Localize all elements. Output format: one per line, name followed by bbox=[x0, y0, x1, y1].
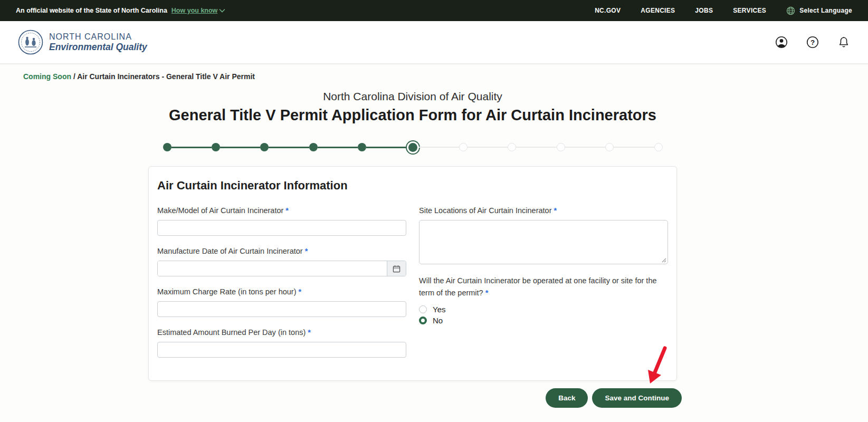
top-utility-bar: An official website of the State of Nort… bbox=[0, 0, 868, 21]
make-model-label: Make/Model of Air Curtain Incinerator* bbox=[157, 205, 406, 216]
how-you-know-link[interactable]: How you know bbox=[171, 7, 226, 14]
step-9-upcoming-dot bbox=[557, 143, 565, 151]
main-content: North Carolina Division of Air Quality G… bbox=[148, 90, 677, 381]
estimated-burned-label: Estimated Amount Burned Per Day (in tons… bbox=[157, 327, 406, 338]
form-card: Air Curtain Incinerator Information Make… bbox=[148, 166, 677, 381]
step-7-upcoming-dot bbox=[459, 143, 468, 151]
step-connector bbox=[220, 147, 260, 148]
label-text: Manufacture Date of Air Curtain Incinera… bbox=[157, 247, 303, 255]
help-icon[interactable]: ? bbox=[806, 36, 819, 49]
label-text: Maximum Charge Rate (in tons per hour) bbox=[157, 287, 297, 296]
step-connector bbox=[614, 147, 654, 148]
nc-state-seal-logo bbox=[18, 30, 43, 55]
step-8-upcoming-dot bbox=[508, 143, 516, 151]
form-left-column: Make/Model of Air Curtain Incinerator* M… bbox=[157, 205, 406, 368]
one-facility-question: Will the Air Curtain Incinerator be oper… bbox=[419, 275, 668, 299]
max-charge-rate-input[interactable] bbox=[157, 301, 406, 317]
breadcrumb: Coming Soon / Air Curtain Incinerators -… bbox=[23, 72, 868, 81]
breadcrumb-current: Air Curtain Incinerators - General Title… bbox=[77, 72, 255, 81]
manufacture-date-label: Manufacture Date of Air Curtain Incinera… bbox=[157, 246, 406, 257]
field-site-locations: Site Locations of Air Curtain Incinerato… bbox=[419, 205, 668, 264]
step-1-completed-dot bbox=[163, 143, 171, 151]
site-locations-textarea[interactable] bbox=[419, 220, 668, 264]
radio-option-yes[interactable]: Yes bbox=[419, 305, 668, 314]
step-connector bbox=[171, 147, 212, 148]
step-connector bbox=[419, 147, 459, 148]
required-marker: * bbox=[305, 247, 308, 255]
calendar-icon bbox=[393, 265, 400, 273]
account-icon[interactable] bbox=[775, 36, 788, 49]
how-you-know-label: How you know bbox=[171, 7, 218, 14]
nav-link-jobs[interactable]: JOBS bbox=[695, 7, 713, 14]
radio-selected-icon[interactable] bbox=[419, 316, 427, 324]
brand-name-line1: NORTH CAROLINA bbox=[49, 32, 147, 42]
back-button[interactable]: Back bbox=[546, 388, 588, 408]
step-connector bbox=[318, 147, 358, 148]
nav-link-services[interactable]: SERVICES bbox=[733, 7, 766, 14]
field-one-facility: Will the Air Curtain Incinerator be oper… bbox=[419, 275, 668, 325]
page: { "top_bar": { "official_text": "An offi… bbox=[0, 0, 868, 422]
step-10-upcoming-dot bbox=[605, 143, 614, 151]
estimated-burned-input[interactable] bbox=[157, 342, 406, 358]
max-charge-rate-label: Maximum Charge Rate (in tons per hour)* bbox=[157, 286, 406, 298]
site-header: NORTH CAROLINA Environmental Quality ? bbox=[0, 21, 868, 64]
radio-option-label: No bbox=[433, 316, 443, 325]
manufacture-date-input[interactable] bbox=[158, 261, 387, 276]
brand-logo[interactable]: NORTH CAROLINA Environmental Quality bbox=[18, 30, 147, 55]
step-connector bbox=[468, 147, 508, 148]
globe-icon bbox=[786, 6, 795, 15]
page-title: General Title V Permit Application Form … bbox=[148, 107, 677, 124]
step-connector bbox=[269, 147, 309, 148]
step-connector bbox=[565, 147, 605, 148]
field-max-charge-rate: Maximum Charge Rate (in tons per hour)* bbox=[157, 286, 406, 317]
required-marker: * bbox=[299, 287, 302, 296]
date-picker-button[interactable] bbox=[387, 261, 406, 276]
select-language-label: Select Language bbox=[799, 7, 852, 14]
chevron-down-icon bbox=[219, 8, 225, 13]
breadcrumb-link-coming-soon[interactable]: Coming Soon bbox=[23, 72, 71, 81]
required-marker: * bbox=[485, 289, 489, 297]
label-text: Estimated Amount Burned Per Day (in tons… bbox=[157, 328, 306, 337]
step-connector bbox=[516, 147, 556, 148]
select-language-button[interactable]: Select Language bbox=[786, 6, 852, 15]
label-text: Make/Model of Air Curtain Incinerator bbox=[157, 206, 283, 215]
manufacture-date-input-wrap bbox=[157, 261, 406, 276]
notifications-bell-icon[interactable] bbox=[837, 36, 850, 49]
radio-option-no[interactable]: No bbox=[419, 316, 668, 325]
official-website-text: An official website of the State of Nort… bbox=[16, 7, 167, 14]
nav-link-agencies[interactable]: AGENCIES bbox=[641, 7, 675, 14]
svg-text:?: ? bbox=[810, 39, 815, 46]
make-model-input[interactable] bbox=[157, 220, 406, 236]
step-6-current-dot bbox=[407, 141, 419, 154]
save-and-continue-button[interactable]: Save and Continue bbox=[592, 388, 682, 408]
progress-stepper bbox=[163, 139, 663, 155]
step-connector bbox=[366, 147, 406, 148]
radio-group-one-facility: YesNo bbox=[419, 305, 668, 325]
breadcrumb-separator: / bbox=[71, 72, 77, 81]
form-actions: Back Save and Continue bbox=[148, 388, 682, 408]
step-4-completed-dot bbox=[309, 143, 318, 151]
field-estimated-burned: Estimated Amount Burned Per Day (in tons… bbox=[157, 327, 406, 358]
step-2-completed-dot bbox=[212, 143, 220, 151]
nav-link-ncgov[interactable]: NC.GOV bbox=[595, 7, 621, 14]
radio-option-label: Yes bbox=[433, 305, 445, 314]
required-marker: * bbox=[308, 328, 311, 337]
step-5-completed-dot bbox=[358, 143, 366, 151]
form-section-title: Air Curtain Incinerator Information bbox=[157, 179, 668, 193]
field-make-model: Make/Model of Air Curtain Incinerator* bbox=[157, 205, 406, 236]
form-right-column: Site Locations of Air Curtain Incinerato… bbox=[419, 205, 668, 368]
radio-unselected-icon[interactable] bbox=[419, 305, 427, 313]
step-11-upcoming-dot bbox=[654, 143, 663, 151]
textarea-resize-handle[interactable] bbox=[661, 257, 666, 263]
field-manufacture-date: Manufacture Date of Air Curtain Incinera… bbox=[157, 246, 406, 276]
label-text: Will the Air Curtain Incinerator be oper… bbox=[419, 276, 657, 297]
page-subtitle: North Carolina Division of Air Quality bbox=[148, 90, 677, 103]
brand-name-line2: Environmental Quality bbox=[49, 42, 147, 52]
step-3-completed-dot bbox=[260, 143, 269, 151]
label-text: Site Locations of Air Curtain Incinerato… bbox=[419, 206, 551, 215]
required-marker: * bbox=[285, 206, 289, 215]
required-marker: * bbox=[554, 206, 557, 215]
site-locations-label: Site Locations of Air Curtain Incinerato… bbox=[419, 205, 668, 216]
